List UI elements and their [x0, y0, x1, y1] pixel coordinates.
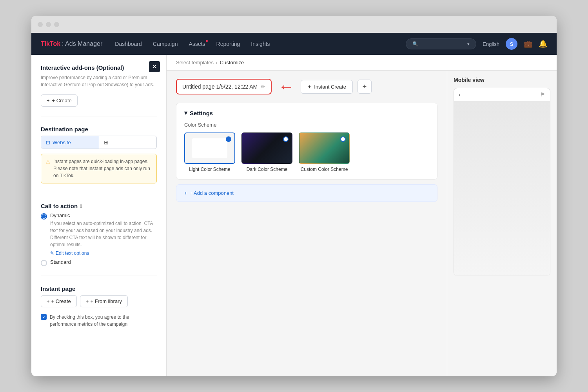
info-icon: ⚠ [46, 158, 50, 179]
close-button[interactable]: ✕ [149, 61, 160, 72]
agreement-checkbox[interactable]: ✓ [41, 314, 47, 320]
settings-label: Settings [190, 110, 213, 116]
add-page-button[interactable]: + [358, 80, 372, 94]
instant-page-option[interactable]: ⊞ [99, 136, 157, 149]
traffic-light-minimize[interactable] [46, 22, 51, 27]
search-dropdown-icon: ▾ [467, 42, 470, 47]
edit-text-options-link[interactable]: ✎ Edit text options [50, 250, 157, 256]
dark-scheme-dot [283, 136, 289, 142]
cta-title: Call to action ℹ [41, 203, 157, 209]
page-name-text: Untitled page 1/5/22, 12:22 AM [182, 83, 258, 90]
nav-dashboard[interactable]: Dashboard [115, 41, 142, 47]
plus-library-icon: + [86, 298, 89, 304]
light-scheme-card[interactable]: Light Color Scheme [184, 132, 235, 173]
right-panel: Select templates / Customize Untitled pa… [167, 55, 557, 376]
traffic-light-maximize[interactable] [54, 22, 59, 27]
settings-header[interactable]: ▾ Settings [184, 109, 429, 116]
website-option[interactable]: ⊡ Website [41, 136, 99, 149]
destination-page-section: Destination page ⊡ Website ⊞ ⚠ Instant p… [41, 126, 157, 183]
dynamic-option[interactable]: Dynamic If you select an auto-optimized … [41, 212, 157, 256]
website-label: Website [53, 140, 71, 145]
from-library-button[interactable]: + + From library [80, 295, 128, 307]
dark-scheme-name: Dark Color Scheme [241, 166, 292, 173]
brand-tiktok: TikTok [41, 40, 60, 47]
instant-page-buttons: + + Create + + From library [41, 295, 157, 307]
cta-info-icon: ℹ [80, 203, 82, 209]
nav-links: Dashboard Campaign Assets Reporting Insi… [115, 41, 393, 47]
addons-create-button[interactable]: + + Create [41, 94, 78, 107]
light-scheme-dot [226, 136, 231, 142]
nav-assets[interactable]: Assets [189, 41, 205, 47]
breadcrumb-part1[interactable]: Select templates [176, 60, 214, 65]
add-component-label: + Add a component [190, 190, 234, 196]
destination-options: ⊡ Website ⊞ [41, 136, 157, 149]
add-component-button[interactable]: + + Add a component [176, 184, 437, 202]
instant-create-button[interactable]: ✦ Instant Create [301, 80, 353, 94]
cta-section: Call to action ℹ Dynamic If you select a… [41, 203, 157, 266]
dark-scheme-card[interactable]: Dark Color Scheme [241, 132, 292, 173]
grid-icon: ⊞ [104, 139, 109, 145]
dynamic-radio[interactable] [41, 213, 47, 220]
main-area: ✕ Interactive add-ons (Optional) Improve… [31, 55, 557, 376]
breadcrumb-part2: Customize [220, 60, 244, 65]
dynamic-desc: If you select an auto-optimized call to … [50, 220, 157, 248]
brand-ads-manager: : Ads Manager [62, 40, 102, 47]
color-schemes-row: Light Color Scheme Dark Color Scheme [184, 132, 429, 173]
divider-3 [41, 276, 157, 276]
nav-campaign[interactable]: Campaign [153, 41, 178, 47]
global-search[interactable]: 🔍 ▾ [406, 38, 476, 49]
mobile-preview-panel: Mobile view ‹ ⚑ [447, 71, 557, 376]
add-page-icon: + [363, 83, 367, 91]
phone-back-icon[interactable]: ‹ [459, 91, 461, 98]
red-arrow: ← [278, 78, 294, 95]
check-icon: ✓ [42, 314, 45, 320]
phone-topbar: ‹ ⚑ [454, 88, 550, 101]
instant-create-label: Instant Create [314, 84, 346, 90]
left-panel: ✕ Interactive add-ons (Optional) Improve… [31, 55, 167, 376]
custom-scheme-preview [299, 132, 350, 164]
standard-radio[interactable] [41, 260, 47, 266]
light-scheme-name: Light Color Scheme [184, 166, 235, 173]
dynamic-content: Dynamic If you select an auto-optimized … [50, 212, 157, 256]
app-window: TikTok : Ads Manager Dashboard Campaign … [31, 16, 557, 376]
avatar[interactable]: S [506, 38, 517, 50]
light-preview-inner [192, 138, 227, 158]
page-name-box[interactable]: Untitled page 1/5/22, 12:22 AM ✏ [176, 79, 272, 94]
breadcrumb-separator: / [216, 60, 218, 65]
monitor-icon: ⊡ [46, 140, 50, 145]
custom-scheme-card[interactable]: Custom Color Scheme [299, 132, 350, 173]
cta-radio-group: Dynamic If you select an auto-optimized … [41, 212, 157, 266]
pencil-icon: ✎ [50, 250, 54, 256]
titlebar [31, 16, 557, 33]
custom-scheme-dot [340, 136, 346, 142]
create-label: + Create [52, 98, 72, 103]
phone-content [454, 101, 550, 276]
divider-1 [41, 116, 157, 116]
page-name-row: Untitled page 1/5/22, 12:22 AM ✏ ← ✦ Ins… [176, 78, 437, 95]
chevron-down-icon: ▾ [184, 109, 187, 116]
divider-2 [41, 193, 157, 193]
custom-scheme-name: Custom Color Scheme [299, 166, 350, 173]
dark-scheme-preview [241, 132, 292, 164]
agreement-text: By checking this box, you agree to the p… [50, 314, 157, 328]
nav-reporting[interactable]: Reporting [216, 41, 240, 47]
color-scheme-label: Color Scheme [184, 122, 429, 128]
instant-page-info: ⚠ Instant pages are quick-loading in-app… [41, 154, 157, 183]
instant-page-create-button[interactable]: + + Create [41, 295, 77, 307]
plus-icon: + [47, 98, 50, 103]
edit-page-name-icon[interactable]: ✏ [261, 83, 265, 90]
standard-option[interactable]: Standard [41, 259, 157, 266]
phone-frame: ‹ ⚑ [454, 88, 550, 276]
light-scheme-preview [184, 132, 235, 164]
navbar: TikTok : Ads Manager Dashboard Campaign … [31, 33, 557, 55]
nav-right: 🔍 ▾ English S 💼 🔔 [406, 38, 547, 50]
content-area: Untitled page 1/5/22, 12:22 AM ✏ ← ✦ Ins… [167, 71, 557, 376]
traffic-light-close[interactable] [38, 22, 43, 27]
editor-panel: Untitled page 1/5/22, 12:22 AM ✏ ← ✦ Ins… [167, 71, 447, 376]
nav-insights[interactable]: Insights [251, 41, 270, 47]
briefcase-icon[interactable]: 💼 [524, 40, 532, 48]
modal-overlay: Select templates / Customize Untitled pa… [167, 55, 557, 376]
language-selector[interactable]: English [483, 41, 499, 47]
bell-icon[interactable]: 🔔 [539, 40, 547, 48]
breadcrumb: Select templates / Customize [167, 55, 557, 71]
